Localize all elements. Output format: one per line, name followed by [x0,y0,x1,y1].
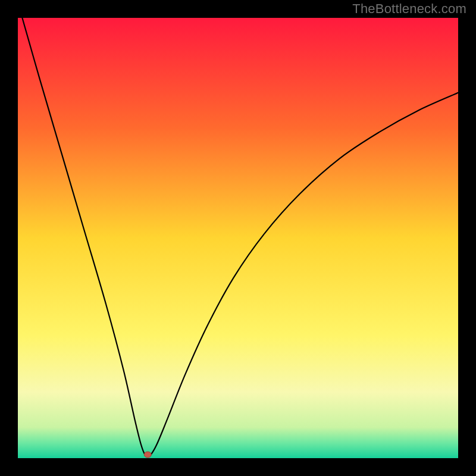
plot-area [18,18,458,458]
chart-frame: TheBottleneck.com [0,0,476,476]
gradient-bg [18,18,458,458]
plot-svg [18,18,458,458]
watermark-text: TheBottleneck.com [352,1,466,17]
minimum-marker [144,452,151,458]
